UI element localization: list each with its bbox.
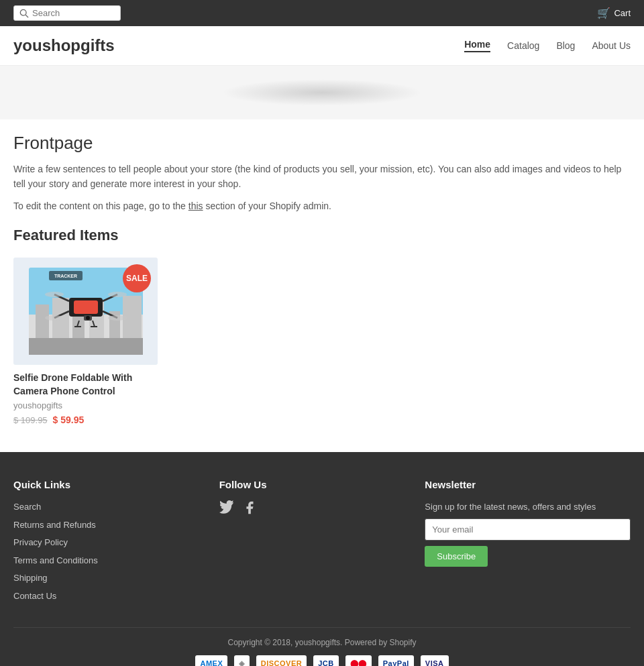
page-title: Frontpage	[13, 133, 631, 154]
main-content: Frontpage Write a few sentences to tell …	[0, 119, 644, 452]
newsletter-title: Newsletter	[425, 479, 631, 490]
svg-text:TRACKER: TRACKER	[54, 274, 76, 278]
master-icon: ⬤⬤	[345, 655, 372, 666]
visa-icon: VISA	[421, 655, 449, 666]
footer: Quick Links Search Returns and Refunds P…	[0, 452, 644, 666]
twitter-icon	[219, 500, 234, 515]
svg-line-1	[25, 15, 28, 17]
cart-label: Cart	[614, 8, 631, 18]
frontpage-edit: To edit the content on this page, go to …	[13, 199, 631, 213]
paypal-icon: PayPal	[378, 655, 414, 666]
hero-banner	[0, 66, 644, 119]
main-nav: Home Catalog Blog About Us	[464, 39, 631, 52]
footer-link-shipping[interactable]: Shipping	[13, 571, 219, 585]
hero-image	[221, 79, 423, 106]
payment-icons: AMEX ◈ DISCOVER JCB ⬤⬤ PayPal VISA	[13, 655, 631, 666]
social-icons	[219, 500, 425, 524]
footer-bottom: Copyright © 2018, youshopgifts. Powered …	[13, 627, 631, 666]
svg-point-16	[86, 316, 90, 320]
svg-point-23	[45, 315, 64, 321]
search-input[interactable]	[32, 8, 113, 18]
twitter-link[interactable]	[219, 500, 234, 519]
footer-link-returns[interactable]: Returns and Refunds	[13, 518, 219, 532]
products-grid: TRACKER	[13, 258, 631, 425]
nav-home[interactable]: Home	[464, 39, 490, 52]
svg-rect-14	[74, 300, 98, 314]
discover-icon: DISCOVER	[256, 655, 307, 666]
edit-text: To edit the content on this page, go to …	[13, 201, 186, 211]
footer-link-privacy[interactable]: Privacy Policy	[13, 536, 219, 549]
sale-badge: SALE	[123, 264, 151, 292]
newsletter-email-input[interactable]	[425, 518, 631, 541]
newsletter-desc: Sign up for the latest news, offers and …	[425, 500, 631, 514]
follow-title: Follow Us	[219, 479, 425, 490]
cart-icon: 🛒	[597, 7, 610, 19]
nav-blog[interactable]: Blog	[556, 40, 575, 51]
price-original: $ 109.95	[13, 415, 48, 425]
svg-rect-10	[29, 338, 143, 355]
amex-icon: AMEX	[195, 655, 227, 666]
featured-title: Featured Items	[13, 227, 631, 244]
footer-link-search[interactable]: Search	[13, 500, 219, 514]
nav-catalog[interactable]: Catalog	[507, 40, 539, 51]
svg-point-0	[20, 9, 26, 15]
facebook-link[interactable]	[242, 500, 257, 519]
product-prices: $ 109.95 $ 59.95	[13, 414, 158, 425]
edit-link[interactable]: this	[189, 201, 203, 211]
footer-top: Quick Links Search Returns and Refunds P…	[13, 479, 631, 607]
logo[interactable]: youshopgifts	[13, 36, 115, 55]
svg-point-24	[108, 315, 127, 321]
copyright-text: Copyright © 2018, youshopgifts. Powered …	[227, 638, 416, 647]
subscribe-button[interactable]: Subscribe	[425, 546, 488, 567]
search-form[interactable]	[13, 5, 121, 21]
footer-quick-links: Quick Links Search Returns and Refunds P…	[13, 479, 219, 607]
footer-copyright: Copyright © 2018, youshopgifts. Powered …	[13, 638, 631, 647]
product-card[interactable]: TRACKER	[13, 258, 158, 425]
facebook-icon	[242, 500, 257, 515]
top-bar: 🛒 Cart	[0, 0, 644, 26]
footer-follow: Follow Us	[219, 479, 425, 607]
svg-point-21	[45, 292, 64, 297]
jcb-icon: JCB	[313, 655, 339, 666]
price-sale: $ 59.95	[53, 414, 85, 425]
footer-newsletter: Newsletter Sign up for the latest news, …	[425, 479, 631, 607]
product-image-wrap: TRACKER	[13, 258, 158, 365]
frontpage-description: Write a few sentences to tell people abo…	[13, 162, 631, 192]
nav-about[interactable]: About Us	[592, 40, 631, 51]
product-name: Selfie Drone Foldable With Camera Phone …	[13, 372, 158, 398]
search-icon	[19, 9, 29, 18]
quick-links-title: Quick Links	[13, 479, 219, 490]
svg-point-22	[108, 292, 127, 297]
product-vendor: youshopgifts	[13, 400, 158, 410]
footer-link-contact[interactable]: Contact Us	[13, 590, 219, 603]
footer-link-terms[interactable]: Terms and Conditions	[13, 554, 219, 567]
edit-text2: section of your Shopify admin.	[205, 201, 331, 211]
header: youshopgifts Home Catalog Blog About Us	[0, 26, 644, 66]
diners-icon: ◈	[234, 655, 250, 666]
cart-link[interactable]: 🛒 Cart	[597, 7, 631, 19]
